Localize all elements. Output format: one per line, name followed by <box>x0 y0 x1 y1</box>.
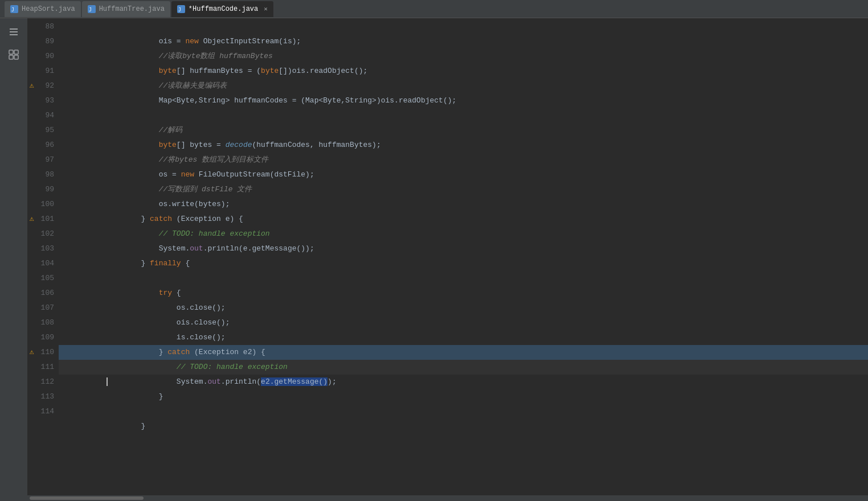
line-number-102: 102 <box>41 227 54 241</box>
line-number-95: 95 <box>45 123 54 138</box>
sidebar-icon-menu[interactable] <box>5 23 23 41</box>
line-num-92: ⚠ 92 <box>27 79 54 93</box>
scrollbar-thumb-horizontal[interactable] <box>30 496 144 500</box>
tab-huffmancode[interactable]: J *HuffmanCode.java ✕ <box>171 1 273 17</box>
svg-rect-6 <box>10 28 18 30</box>
svg-text:J: J <box>178 7 181 13</box>
line-num-112: 112 <box>27 375 54 389</box>
warning-icon-101: ⚠ <box>30 212 34 227</box>
line-num-111: 111 <box>27 360 54 375</box>
line-num-96: 96 <box>27 138 54 153</box>
tab-heapsort-label: HeapSort.java <box>22 5 75 13</box>
code-line-94: //解码 <box>59 108 868 123</box>
line-number-101: 101 <box>41 212 54 227</box>
line-number-88: 88 <box>45 19 54 34</box>
line-num-110: ⚠ 110 <box>27 345 54 360</box>
svg-text:J: J <box>89 7 92 13</box>
structure-icon <box>9 50 19 60</box>
tab-huffmantree-label: HuffmanTree.java <box>99 5 165 13</box>
line-num-100: 100 <box>27 197 54 212</box>
line-numbers: 88 89 90 91 ⚠ 92 93 94 95 96 97 98 99 10… <box>27 18 59 495</box>
line-num-98: 98 <box>27 167 54 182</box>
line-num-90: 90 <box>27 49 54 64</box>
line-number-98: 98 <box>45 167 54 182</box>
svg-rect-8 <box>10 34 18 35</box>
svg-rect-9 <box>9 50 13 54</box>
code-content[interactable]: ois = new ObjectInputStream(is); //读取byt… <box>59 18 868 495</box>
warning-icon-92: ⚠ <box>30 79 34 93</box>
line-number-90: 90 <box>45 49 54 64</box>
line-num-106: 106 <box>27 286 54 301</box>
line-number-110: 110 <box>41 345 54 360</box>
line-number-104: 104 <box>41 256 54 271</box>
tab-bar: J HeapSort.java J HuffmanTree.java J *Hu… <box>0 0 868 18</box>
line-num-88: 88 <box>27 19 54 34</box>
svg-rect-10 <box>14 50 18 54</box>
code-area[interactable]: 88 89 90 91 ⚠ 92 93 94 95 96 97 98 99 10… <box>27 18 868 495</box>
line-number-107: 107 <box>41 301 54 315</box>
tab-close-icon[interactable]: ✕ <box>264 5 268 13</box>
svg-text:J: J <box>11 7 14 13</box>
editor-body: 88 89 90 91 ⚠ 92 93 94 95 96 97 98 99 10… <box>0 18 868 495</box>
line-num-94: 94 <box>27 108 54 123</box>
java-icon-3: J <box>177 5 185 13</box>
line-number-106: 106 <box>41 286 54 301</box>
tab-huffmantree[interactable]: J HuffmanTree.java <box>82 1 170 17</box>
line-num-89: 89 <box>27 34 54 49</box>
line-number-109: 109 <box>41 330 54 345</box>
tab-huffmancode-label: *HuffmanCode.java <box>189 5 258 13</box>
java-icon-2: J <box>88 5 96 13</box>
line-number-113: 113 <box>41 389 54 404</box>
line-number-100: 100 <box>41 197 54 212</box>
line-number-97: 97 <box>45 153 54 167</box>
line-number-108: 108 <box>41 315 54 330</box>
line-num-91: 91 <box>27 64 54 79</box>
line-number-93: 93 <box>45 93 54 108</box>
line-number-91: 91 <box>45 64 54 79</box>
svg-rect-11 <box>9 55 13 59</box>
line-num-108: 108 <box>27 315 54 330</box>
selected-text: e2.getMessage() <box>261 377 327 386</box>
line-num-97: 97 <box>27 153 54 167</box>
line-num-113: 113 <box>27 389 54 404</box>
line-num-103: 103 <box>27 241 54 256</box>
line-num-107: 107 <box>27 301 54 315</box>
line-number-89: 89 <box>45 34 54 49</box>
line-num-102: 102 <box>27 227 54 241</box>
code-line-88: ois = new ObjectInputStream(is); <box>59 19 868 34</box>
editor-container: J HeapSort.java J HuffmanTree.java J *Hu… <box>0 0 868 501</box>
warning-icon-110: ⚠ <box>30 345 34 360</box>
line-num-93: 93 <box>27 93 54 108</box>
tab-heapsort[interactable]: J HeapSort.java <box>5 1 81 17</box>
line-num-114: 114 <box>27 404 54 419</box>
line-num-101: ⚠ 101 <box>27 212 54 227</box>
line-number-111: 111 <box>41 360 54 375</box>
line-num-104: 104 <box>27 256 54 271</box>
code-line-105: try { <box>59 271 868 286</box>
line-number-94: 94 <box>45 108 54 123</box>
line-number-96: 96 <box>45 138 54 153</box>
menu-icon <box>9 27 19 37</box>
line-number-92: 92 <box>45 79 54 93</box>
line-number-99: 99 <box>45 182 54 197</box>
sidebar <box>0 18 27 495</box>
line-num-99: 99 <box>27 182 54 197</box>
line-num-95: 95 <box>27 123 54 138</box>
line-num-109: 109 <box>27 330 54 345</box>
line-number-103: 103 <box>41 241 54 256</box>
svg-rect-7 <box>10 31 18 32</box>
line-number-105: 105 <box>41 271 54 286</box>
horizontal-scrollbar[interactable] <box>0 495 868 501</box>
line-number-112: 112 <box>41 375 54 389</box>
sidebar-icon-structure[interactable] <box>5 46 23 64</box>
svg-rect-12 <box>14 55 18 59</box>
line-num-105: 105 <box>27 271 54 286</box>
java-icon: J <box>10 5 18 13</box>
code-line-114: } <box>59 404 868 419</box>
line-number-114: 114 <box>41 404 54 419</box>
code-line-113 <box>59 389 868 404</box>
